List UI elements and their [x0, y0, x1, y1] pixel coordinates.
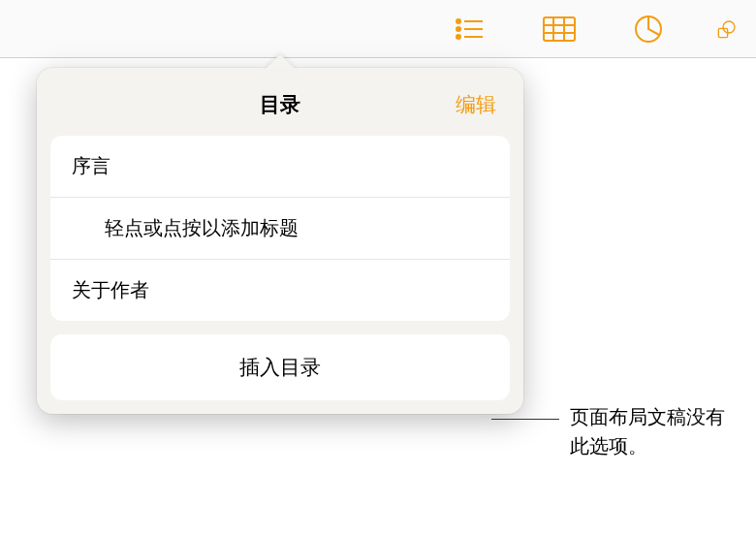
callout-leader-line — [491, 419, 559, 420]
svg-point-0 — [457, 19, 460, 23]
table-icon[interactable] — [539, 15, 580, 44]
toc-list: 序言 轻点或点按以添加标题 关于作者 — [50, 136, 510, 321]
popover-header: 目录 编辑 — [50, 81, 510, 128]
toc-popover: 目录 编辑 序言 轻点或点按以添加标题 关于作者 插入目录 — [37, 68, 523, 414]
popover-title: 目录 — [260, 91, 300, 118]
toolbar — [0, 0, 756, 58]
edit-button[interactable]: 编辑 — [456, 91, 496, 118]
svg-point-4 — [457, 35, 460, 39]
list-icon[interactable] — [450, 15, 490, 44]
toc-item-add-heading[interactable]: 轻点或点按以添加标题 — [50, 198, 510, 260]
popover-caret — [265, 54, 296, 70]
svg-rect-6 — [544, 17, 575, 41]
chart-icon[interactable] — [628, 15, 669, 44]
callout-text: 页面布局文稿没有此选项。 — [570, 402, 735, 460]
insert-toc-button[interactable]: 插入目录 — [50, 334, 510, 400]
shape-icon[interactable] — [717, 15, 737, 44]
toc-item-about-author[interactable]: 关于作者 — [50, 260, 510, 321]
svg-point-12 — [723, 21, 735, 33]
toc-item-preface[interactable]: 序言 — [50, 136, 510, 198]
svg-point-2 — [457, 27, 460, 31]
